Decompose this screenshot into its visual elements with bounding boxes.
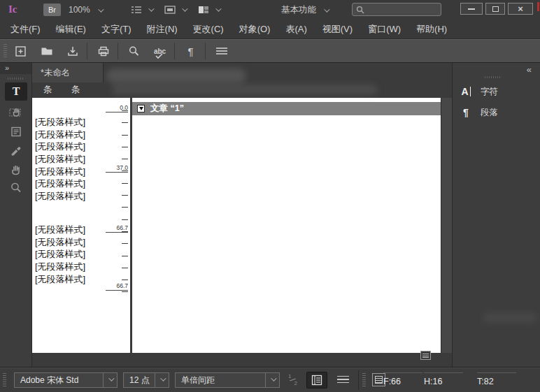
style-row[interactable]: [无段落样式]	[35, 177, 85, 189]
stats-drag-handle[interactable]	[362, 373, 366, 387]
collapse-panels-button[interactable]: «	[527, 64, 532, 75]
hand-tool[interactable]	[5, 161, 27, 179]
style-row[interactable]: [无段落样式]	[35, 224, 85, 235]
hidden-characters-button[interactable]: ¶	[178, 40, 203, 62]
eyedropper-tool[interactable]	[5, 142, 27, 160]
search-input[interactable]	[364, 6, 434, 14]
zoom-level-value: 100%	[69, 5, 90, 15]
toolbar-menu-button[interactable]	[209, 40, 234, 62]
font-size-select[interactable]: 12 点	[123, 372, 169, 388]
menu-window[interactable]: 窗口(W)	[360, 20, 408, 38]
document-tab[interactable]: *未命名	[32, 63, 104, 82]
style-row[interactable]: [无段落样式]	[35, 261, 85, 272]
character-panel-label: 字符	[481, 86, 498, 98]
style-row[interactable]: [无段落样式]	[35, 248, 85, 259]
font-family-value: Adobe 宋体 Std	[15, 373, 103, 387]
save-icon	[66, 45, 80, 58]
paragraph-panel-label: 段落	[481, 107, 498, 119]
depth-ruler	[122, 110, 128, 293]
style-row[interactable]: [无段落样式]	[35, 153, 85, 164]
info-column-toggle-button[interactable]	[306, 372, 327, 389]
new-document-button[interactable]	[8, 40, 33, 62]
menu-help[interactable]: 帮助(H)	[408, 20, 455, 38]
story-header: 文章 “1”	[132, 102, 441, 115]
note-tool[interactable]	[5, 122, 27, 140]
stat-words: T:82	[477, 372, 516, 388]
style-row[interactable]: [无段落样式]	[35, 140, 85, 152]
toolbar-separator	[174, 43, 175, 59]
minimize-button[interactable]	[460, 3, 483, 15]
tools-panel: » T	[0, 63, 32, 367]
menu-view[interactable]: 视图(V)	[315, 20, 360, 38]
print-icon	[97, 45, 111, 58]
story-collapse-button[interactable]	[137, 105, 145, 112]
toolbar-drag-handle[interactable]	[3, 44, 7, 58]
maximize-icon	[492, 6, 499, 12]
style-row[interactable]: [无段落样式]	[35, 273, 85, 284]
style-row[interactable]: [无段落样式]	[35, 236, 85, 247]
zoom-tool[interactable]	[5, 179, 27, 197]
screen-mode-dropdown[interactable]	[164, 4, 186, 15]
character-panel-tab[interactable]: A 字符	[453, 82, 540, 101]
arrange-documents-icon	[197, 5, 210, 15]
tools-panel-expand[interactable]: »	[0, 63, 31, 74]
note-tool-icon	[9, 125, 23, 138]
depth-ruler-label: 66.7	[106, 224, 128, 233]
style-row[interactable]: [无段落样式]	[35, 129, 85, 140]
leading-value: 单倍间距	[176, 373, 265, 387]
style-row[interactable]: [无段落样式]	[35, 166, 85, 177]
menu-table[interactable]: 表(A)	[278, 20, 314, 38]
print-button[interactable]	[91, 40, 115, 62]
menu-changes[interactable]: 更改(C)	[185, 20, 232, 38]
expand-right-icon: »	[5, 64, 9, 72]
toolbar-separator	[87, 43, 87, 59]
close-icon: ×	[518, 4, 523, 13]
save-button[interactable]	[60, 40, 85, 62]
maximize-button[interactable]	[485, 3, 505, 15]
statusbar: Adobe 宋体 Std 12 点 单倍间距 12	[0, 367, 540, 392]
workspace-switcher[interactable]: 基本功能	[281, 4, 328, 15]
incopy-logo: Ic	[8, 3, 17, 15]
arrange-documents-dropdown[interactable]	[197, 4, 220, 15]
depth-ruler-label: 66.7	[106, 282, 128, 291]
dock-drag-handle[interactable]	[485, 76, 502, 78]
type-tool-icon: T	[13, 85, 20, 98]
paragraph-panel-tab[interactable]: ¶ 段落	[453, 103, 540, 122]
menu-icon	[215, 47, 228, 55]
search-button[interactable]	[122, 40, 146, 62]
chevron-down-icon	[148, 6, 154, 11]
story-editor[interactable]: 文章 “1”	[132, 98, 441, 353]
bridge-button[interactable]: Br	[43, 3, 61, 16]
view-options-dropdown[interactable]	[130, 4, 152, 15]
statusbar-menu-icon[interactable]	[337, 376, 349, 384]
magnifier-icon	[9, 181, 23, 195]
style-row[interactable]: [无段落样式]	[35, 190, 85, 201]
menu-edit[interactable]: 编辑(E)	[48, 20, 94, 38]
leading-select[interactable]: 单倍间距	[175, 372, 280, 388]
search-box[interactable]	[352, 3, 441, 16]
position-tool[interactable]	[5, 103, 27, 121]
statusbar-drag-handle[interactable]	[3, 373, 6, 387]
zoom-level-dropdown[interactable]: 100%	[69, 3, 102, 16]
resize-grip-icon[interactable]	[420, 351, 431, 360]
triangle-down-icon	[139, 107, 143, 110]
font-family-select[interactable]: Adobe 宋体 Std	[14, 372, 118, 388]
spellcheck-button[interactable]: abc	[148, 40, 172, 62]
close-button[interactable]: ×	[508, 3, 533, 15]
vertical-scrollbar[interactable]	[441, 98, 452, 353]
menu-object[interactable]: 对象(O)	[232, 20, 278, 38]
type-tool[interactable]: T	[5, 82, 27, 101]
chevron-down-icon	[182, 6, 187, 11]
line-number-icon[interactable]: 12	[288, 373, 298, 387]
menu-type[interactable]: 文字(T)	[94, 20, 139, 38]
menu-file[interactable]: 文件(F)	[3, 20, 48, 38]
tools-drag-handle[interactable]	[8, 78, 24, 80]
toolbar: abc ¶	[0, 39, 540, 63]
menubar: 文件(F) 编辑(E) 文字(T) 附注(N) 更改(C) 对象(O) 表(A)…	[0, 20, 540, 39]
smudge-artifact	[483, 312, 537, 323]
new-document-icon	[14, 45, 27, 58]
chevron-down-icon	[215, 6, 221, 11]
menu-notes[interactable]: 附注(N)	[139, 20, 185, 38]
style-row[interactable]: [无段落样式]	[35, 116, 85, 127]
open-button[interactable]	[34, 40, 59, 62]
